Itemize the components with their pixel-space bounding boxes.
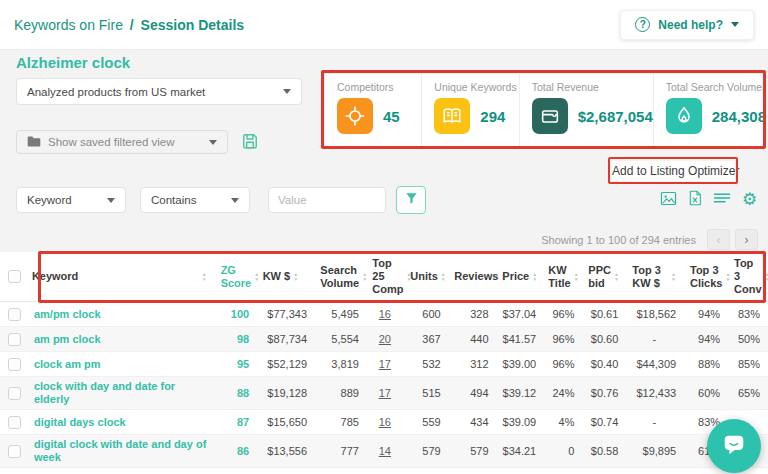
row-checkbox-cell	[0, 333, 26, 346]
cell: $0.60	[582, 330, 626, 348]
sort-icon: ▲▼	[532, 272, 537, 282]
column-header-zg-score[interactable]: ZG Score▲▼	[215, 261, 257, 293]
cell: $37.04	[497, 305, 543, 323]
table-row: digital days clock87$15,65078516559434$3…	[0, 410, 768, 435]
gear-icon: ⚙	[742, 191, 757, 208]
next-page-button[interactable]: ›	[735, 229, 758, 250]
table-row: digital clock with date and day of week8…	[0, 435, 768, 468]
columns-menu-button[interactable]	[713, 191, 731, 208]
column-header-kw-[interactable]: KW $▲▼	[257, 267, 315, 286]
add-to-listing-optimizer-button[interactable]: Add to Listing Optimizer	[612, 161, 734, 181]
cell: 94%	[684, 330, 728, 348]
comp-link-cell[interactable]: 20	[367, 330, 405, 348]
save-view-button[interactable]	[238, 130, 262, 154]
cell: 88	[215, 384, 257, 402]
table-row: clock with day and date for elderly88$19…	[0, 377, 768, 410]
cell: $87,734	[257, 330, 315, 348]
table-row: am/pm clock100$77,3435,49516600328$37.04…	[0, 302, 768, 327]
comp-link-cell[interactable]: 16	[367, 413, 405, 431]
previous-page-button[interactable]: ‹	[707, 229, 730, 250]
column-header-search-volume[interactable]: Search Volume▲▼	[314, 261, 366, 293]
cell: $39.00	[497, 355, 543, 373]
row-checkbox[interactable]	[8, 387, 21, 400]
select-all-checkbox[interactable]	[8, 270, 21, 283]
cell: 5,495	[315, 305, 367, 323]
cell: 5,554	[315, 330, 367, 348]
keyword-cell[interactable]: am/pm clock	[26, 305, 215, 324]
breadcrumb-parent-link[interactable]: Keywords on Fire	[14, 17, 123, 33]
column-label: KW $	[263, 270, 291, 283]
cell: 86	[215, 442, 257, 460]
column-header-price[interactable]: Price▲▼	[496, 267, 542, 286]
column-header-top-3-conv[interactable]: Top 3 Conv▲▼	[728, 254, 768, 299]
settings-button[interactable]: ⚙	[742, 191, 757, 208]
cell: 4%	[543, 413, 583, 431]
column-header-ppc-bid[interactable]: PPC bid▲▼	[582, 261, 626, 293]
cell: $0.76	[582, 384, 626, 402]
filter-field-select[interactable]: Keyword	[16, 187, 126, 213]
comp-link-cell[interactable]: 16	[367, 305, 405, 323]
keyword-cell[interactable]: digital clock with date and day of week	[26, 435, 215, 467]
market-select[interactable]: Analyzed products from US market	[16, 78, 302, 105]
chevron-down-icon	[731, 22, 739, 27]
comp-link-cell[interactable]: 14	[367, 442, 405, 460]
column-header-units[interactable]: Units▲▼	[404, 267, 448, 286]
need-help-button[interactable]: ? Need help?	[620, 10, 754, 40]
filter-operator-select[interactable]: Contains	[140, 187, 250, 213]
row-checkbox[interactable]	[8, 416, 21, 429]
filter-value-input[interactable]	[268, 187, 386, 213]
question-icon: ?	[635, 17, 650, 32]
cell: 96%	[543, 305, 583, 323]
keyword-cell[interactable]: am pm clock	[26, 330, 215, 349]
cell: $0.61	[582, 305, 626, 323]
cell: $18,562	[626, 305, 684, 323]
row-checkbox[interactable]	[8, 333, 21, 346]
column-label: Top 3 KW $	[632, 264, 668, 290]
keyword-cell[interactable]: clock with day and date for elderly	[26, 377, 215, 409]
image-export-button[interactable]	[660, 191, 677, 209]
stat-label: Competitors	[337, 81, 421, 93]
sort-icon: ▲▼	[441, 272, 446, 282]
row-checkbox[interactable]	[8, 308, 21, 321]
column-label: Top 3 Conv	[734, 257, 762, 296]
list-icon	[713, 191, 731, 208]
column-label: Top 25 Comp	[372, 257, 403, 296]
column-header-top-25-comp[interactable]: Top 25 Comp▲▼	[366, 254, 404, 299]
cell: $41.57	[497, 330, 543, 348]
cell: 434	[449, 413, 497, 431]
comp-link-cell[interactable]: 17	[367, 355, 405, 373]
keyword-cell[interactable]: clocks for seniors	[26, 471, 215, 474]
excel-export-button[interactable]	[688, 190, 702, 209]
column-header-top-3-clicks[interactable]: Top 3 Clicks▲▼	[684, 261, 728, 293]
row-checkbox[interactable]	[8, 445, 21, 458]
row-checkbox[interactable]	[8, 358, 21, 371]
cell: 94%	[684, 305, 728, 323]
cell: 494	[449, 384, 497, 402]
keyword-cell[interactable]: clock am pm	[26, 355, 215, 374]
excel-export-icon	[688, 190, 702, 209]
row-checkbox-cell	[0, 445, 26, 458]
column-header-keyword[interactable]: Keyword▲▼	[26, 267, 215, 286]
column-label: ZG Score	[221, 264, 252, 290]
column-label: PPC bid	[588, 264, 611, 290]
chevron-down-icon	[283, 89, 291, 94]
stat-value: $2,687,054	[578, 108, 653, 125]
cell: $44,309	[626, 355, 684, 373]
column-header-top-3-kw-[interactable]: Top 3 KW $▲▼	[626, 261, 684, 293]
stat-card-unique-keywords: Unique Keywords 294	[422, 74, 519, 146]
chat-widget-button[interactable]	[707, 419, 761, 473]
sort-icon: ▲▼	[765, 272, 768, 282]
cell: 515	[405, 384, 449, 402]
cell: 85%	[728, 355, 768, 373]
saved-view-select[interactable]: Show saved filtered view	[16, 130, 228, 154]
comp-link-cell[interactable]: 17	[367, 384, 405, 402]
apply-filter-button[interactable]	[396, 186, 426, 214]
stat-label: Unique Keywords	[434, 81, 518, 93]
breadcrumb-separator: /	[126, 17, 138, 33]
saved-view-value: Show saved filtered view	[48, 136, 175, 148]
column-header-kw-title[interactable]: KW Title▲▼	[542, 261, 582, 293]
column-header-reviews[interactable]: Reviews▲▼	[448, 267, 496, 286]
column-label: Search Volume	[320, 264, 359, 290]
keyword-cell[interactable]: digital days clock	[26, 413, 215, 432]
keywords-table: Keyword▲▼ZG Score▲▼KW $▲▼Search Volume▲▼…	[0, 252, 768, 474]
